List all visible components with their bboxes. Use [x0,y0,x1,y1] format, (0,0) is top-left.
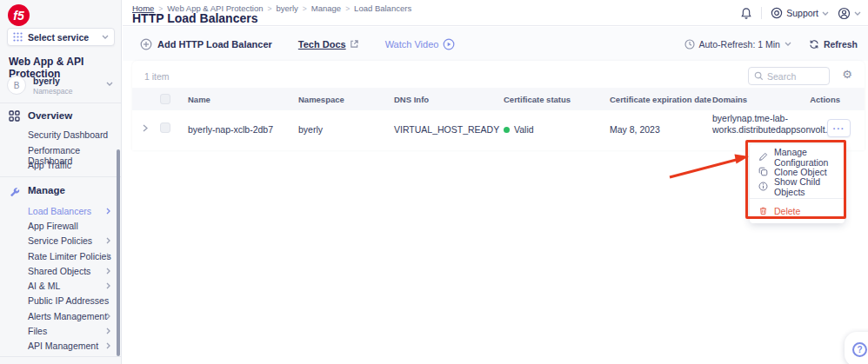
header-divider [761,7,762,19]
f5-logo[interactable]: f5 [8,4,30,26]
sidebar-item-load-balancers[interactable]: Load Balancers [0,205,121,220]
breadcrumb-item[interactable]: Manage [311,3,341,13]
column-header-dns-info[interactable]: DNS Info [394,95,429,104]
sidebar-item-app-firewall[interactable]: App Firewall [0,220,121,235]
sidebar-divider [0,103,121,103]
breadcrumb-item[interactable]: Load Balancers [354,3,411,13]
sidebar-item-rate-limiter-policies[interactable]: Rate Limiter Policies [0,250,121,265]
sidebar-item-ai-ml[interactable]: AI & ML [0,280,121,295]
trash-icon [758,206,768,215]
sidebar-item-service-policies[interactable]: Service Policies [0,235,121,249]
sidebar-divider [0,356,121,357]
auto-refresh-dropdown[interactable]: Auto-Refresh: 1 Min [684,39,791,50]
chevron-down-icon [785,42,791,46]
chevron-right-icon [106,253,110,260]
sidebar: f5 Select service Web App & API Protecti… [0,0,122,364]
help-icon: ? [852,342,867,357]
clone-icon [758,167,768,176]
chevron-right-icon [106,237,110,244]
account-menu[interactable] [838,7,861,20]
chevron-right-icon [106,342,110,349]
watch-video-link[interactable]: Watch Video [385,38,456,50]
support-menu[interactable]: Support [771,7,829,19]
chevron-down-icon [102,35,109,39]
row-actions-button[interactable]: ··· [827,119,851,137]
row-expand-chevron-icon[interactable] [143,124,148,132]
play-circle-icon [443,38,455,50]
chevron-right-icon [106,328,110,334]
namespace-sublabel: Namespace [33,87,72,96]
sidebar-divider [0,176,121,177]
refresh-button[interactable]: Refresh [809,39,858,50]
clock-icon [684,39,695,50]
menu-item-delete[interactable]: Delete [750,203,845,218]
support-label: Support [786,8,818,18]
tech-docs-link[interactable]: Tech Docs [298,39,359,50]
sidebar-item-security-dashboard[interactable]: Security Dashboard [0,129,121,143]
column-header-name[interactable]: Name [188,95,210,104]
select-all-checkbox[interactable] [160,94,170,104]
pencil-icon [758,152,768,162]
app-grid-icon [13,32,23,42]
table-header-row: Name Namespace DNS Info Certificate stat… [132,88,865,110]
notifications-bell-icon[interactable] [740,7,752,20]
column-header-certificate-status[interactable]: Certificate status [504,95,571,104]
section-label: Overview [28,110,72,121]
menu-item-manage-configuration[interactable]: Manage Configuration [750,149,845,164]
chevron-right-icon [106,268,110,275]
column-header-domains[interactable]: Domains [712,95,747,104]
top-header: Home > Web App & API Protection > byerly… [123,0,868,26]
row-checkbox[interactable] [160,122,170,133]
select-service-label: Select service [28,32,97,43]
sidebar-section-manage[interactable]: Manage [0,184,121,200]
toolbar: Add HTTP Load Balancer Tech Docs Watch V… [123,27,868,61]
sidebar-item-files[interactable]: Files [0,325,121,340]
column-header-certificate-expiration-date[interactable]: Certificate expiration date [610,95,711,104]
sidebar-item-shared-objects[interactable]: Shared Objects [0,265,121,280]
table-search[interactable] [748,67,830,85]
status-dot-green [504,127,510,133]
sidebar-item-public-ip-addresses[interactable]: Public IP Addresses [0,295,121,309]
info-circle-icon [758,182,768,191]
chevron-down-icon [854,11,861,16]
overview-grid-icon [9,110,20,122]
cell-dns-info: VIRTUAL_HOST_READY [394,124,499,135]
cell-certificate-status: Valid [504,124,534,135]
chevron-right-icon [106,208,110,215]
sidebar-item-performance-dashboard[interactable]: Performance Dashboard [0,144,121,159]
namespace-selector[interactable]: B byerly Namespace [0,73,122,101]
namespace-avatar: B [7,76,26,95]
support-lifebuoy-icon [771,7,783,19]
menu-item-show-child-objects[interactable]: Show Child Objects [750,179,845,194]
sidebar-section-overview[interactable]: Overview [0,109,121,125]
help-widget-button[interactable]: ? [845,332,868,364]
chevron-down-icon [822,11,829,16]
menu-divider [750,198,845,199]
sidebar-scrollbar[interactable] [117,149,120,356]
sidebar-item-alerts-management[interactable]: Alerts Management [0,310,121,325]
chevron-right-icon [106,282,110,289]
table-settings-gear-icon[interactable]: ⚙ [842,69,852,80]
namespace-name: byerly [33,76,60,86]
add-http-load-balancer-button[interactable]: Add HTTP Load Balancer [140,38,272,50]
sidebar-item-api-management[interactable]: API Management [0,340,121,354]
section-label: Manage [28,185,65,195]
search-icon [754,71,764,81]
external-link-icon [350,39,359,49]
column-header-actions: Actions [810,95,840,104]
account-avatar-icon [838,7,851,20]
sidebar-item-app-traffic[interactable]: App Traffic [0,159,121,174]
row-actions-context-menu: Manage Configuration Clone Object Show C… [750,144,845,223]
column-header-namespace[interactable]: Namespace [298,95,344,104]
wrench-icon [9,185,20,196]
chevron-right-icon [106,313,110,320]
item-count: 1 item [144,71,170,82]
cell-namespace: byerly [298,124,323,135]
plus-circle-icon [140,38,152,50]
search-input[interactable] [767,71,823,82]
breadcrumb-item[interactable]: byerly [276,3,297,13]
load-balancers-table-card: 1 item ⚙ Name Namespace DNS Info Certifi… [132,61,865,150]
select-service-dropdown[interactable]: Select service [7,28,115,46]
cell-name[interactable]: byerly-nap-xclb-2db7 [188,124,273,135]
cell-certificate-expiration-date: May 8, 2023 [610,124,660,135]
